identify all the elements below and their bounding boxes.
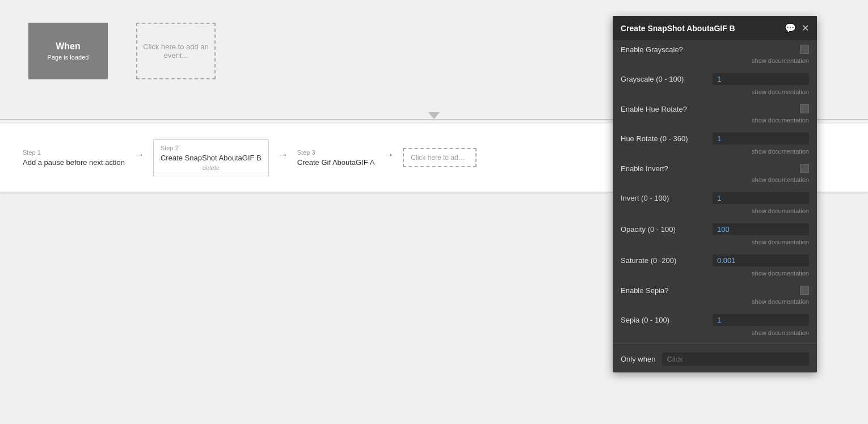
only-when-row: Only when bbox=[613, 346, 817, 372]
saturate-doc: show documentation bbox=[613, 266, 817, 281]
add-action-block[interactable]: Click here to add an ac... bbox=[403, 148, 477, 167]
enable-grayscale-checkbox[interactable] bbox=[800, 45, 809, 54]
canvas-area: When Page is loaded Click here to add an… bbox=[0, 0, 868, 424]
sepia-label: Sepia (0 - 100) bbox=[621, 316, 669, 324]
sepia-doc1: show documentation bbox=[613, 295, 817, 309]
only-when-input[interactable] bbox=[662, 353, 809, 366]
arrow2: → bbox=[278, 149, 288, 161]
opacity-label: Opacity (0 - 100) bbox=[621, 225, 676, 234]
panel-header: Create SnapShot AboutaGIF B 💬 ✕ bbox=[613, 16, 817, 40]
hue-rotate-label: Hue Rotate (0 - 360) bbox=[621, 134, 688, 143]
panel-title: Create SnapShot AboutaGIF B bbox=[621, 24, 735, 33]
enable-invert-row: Enable Invert? bbox=[613, 159, 817, 173]
step2-delete[interactable]: delete bbox=[161, 164, 262, 171]
close-icon[interactable]: ✕ bbox=[802, 23, 809, 33]
enable-hue-label: Enable Hue Rotate? bbox=[621, 105, 687, 113]
show-doc-link[interactable]: show documentation bbox=[752, 57, 809, 64]
enable-invert-label: Enable Invert? bbox=[621, 164, 668, 173]
show-doc-link10[interactable]: show documentation bbox=[752, 329, 809, 336]
step3-label: Step 3 bbox=[297, 149, 315, 156]
grayscale-doc1: show documentation bbox=[613, 54, 817, 69]
step1-label: Step 1 bbox=[23, 149, 41, 156]
saturate-row: Saturate (0 -200) bbox=[613, 250, 817, 266]
step1[interactable]: Step 1 Add a pause before next action bbox=[23, 149, 125, 167]
show-doc-link6[interactable]: show documentation bbox=[752, 207, 809, 214]
add-event-block[interactable]: Click here to add an event... bbox=[136, 23, 216, 79]
arrow3: → bbox=[384, 149, 394, 161]
enable-grayscale-label: Enable Grayscale? bbox=[621, 45, 683, 54]
add-event-text: Click here to add an event... bbox=[143, 43, 209, 60]
hue-doc2: show documentation bbox=[613, 145, 817, 159]
enable-hue-checkbox[interactable] bbox=[800, 104, 809, 113]
show-doc-link8[interactable]: show documentation bbox=[752, 270, 809, 277]
enable-grayscale-row: Enable Grayscale? bbox=[613, 40, 817, 54]
step2-label: Step 2 bbox=[161, 145, 179, 151]
enable-sepia-label: Enable Sepia? bbox=[621, 286, 669, 295]
invert-row: Invert (0 - 100) bbox=[613, 188, 817, 204]
step1-name: Add a pause before next action bbox=[23, 158, 125, 167]
sepia-doc2: show documentation bbox=[613, 326, 817, 341]
grayscale-row: Grayscale (0 - 100) bbox=[613, 69, 817, 85]
invert-doc2: show documentation bbox=[613, 204, 817, 219]
show-doc-link4[interactable]: show documentation bbox=[752, 148, 809, 155]
enable-sepia-checkbox[interactable] bbox=[800, 286, 809, 295]
show-doc-link5[interactable]: show documentation bbox=[752, 176, 809, 183]
panel-separator bbox=[613, 343, 817, 344]
enable-hue-row: Enable Hue Rotate? bbox=[613, 100, 817, 113]
when-subtitle: Page is loaded bbox=[48, 54, 89, 61]
sepia-input[interactable] bbox=[713, 314, 809, 326]
when-title: When bbox=[56, 41, 81, 52]
opacity-row: Opacity (0 - 100) bbox=[613, 219, 817, 235]
saturate-input[interactable] bbox=[713, 255, 809, 266]
hue-rotate-row: Hue Rotate (0 - 360) bbox=[613, 128, 817, 145]
sepia-row: Sepia (0 - 100) bbox=[613, 309, 817, 326]
show-doc-link3[interactable]: show documentation bbox=[752, 117, 809, 124]
panel-body: Enable Grayscale? show documentation Gra… bbox=[613, 40, 817, 372]
invert-doc1: show documentation bbox=[613, 173, 817, 188]
add-action-text: Click here to add an ac... bbox=[411, 154, 477, 162]
grayscale-label: Grayscale (0 - 100) bbox=[621, 75, 684, 83]
comment-icon[interactable]: 💬 bbox=[785, 23, 796, 33]
saturate-label: Saturate (0 -200) bbox=[621, 256, 676, 265]
grayscale-input[interactable] bbox=[713, 73, 809, 85]
step3-name: Create Gif AboutaGIF A bbox=[297, 158, 375, 167]
enable-sepia-row: Enable Sepia? bbox=[613, 281, 817, 295]
step2-name: Create SnapShot AboutaGIF B bbox=[161, 154, 262, 162]
enable-invert-checkbox[interactable] bbox=[800, 164, 809, 173]
opacity-input[interactable] bbox=[713, 223, 809, 235]
show-doc-link9[interactable]: show documentation bbox=[752, 298, 809, 305]
opacity-doc: show documentation bbox=[613, 235, 817, 250]
grayscale-doc2: show documentation bbox=[613, 85, 817, 100]
only-when-label: Only when bbox=[621, 355, 655, 363]
show-doc-link7[interactable]: show documentation bbox=[752, 239, 809, 245]
panel-header-icons: 💬 ✕ bbox=[785, 23, 809, 33]
invert-input[interactable] bbox=[713, 192, 809, 204]
panel: Create SnapShot AboutaGIF B 💬 ✕ Enable G… bbox=[613, 16, 817, 372]
when-block[interactable]: When Page is loaded bbox=[28, 23, 108, 79]
arrow1: → bbox=[134, 149, 144, 161]
divider-triangle bbox=[428, 112, 440, 119]
invert-label: Invert (0 - 100) bbox=[621, 194, 669, 202]
hue-rotate-input[interactable] bbox=[713, 133, 809, 145]
step3[interactable]: Step 3 Create Gif AboutaGIF A bbox=[297, 149, 375, 167]
hue-doc1: show documentation bbox=[613, 113, 817, 128]
show-doc-link2[interactable]: show documentation bbox=[752, 88, 809, 95]
step2[interactable]: Step 2 Create SnapShot AboutaGIF B delet… bbox=[153, 139, 269, 176]
